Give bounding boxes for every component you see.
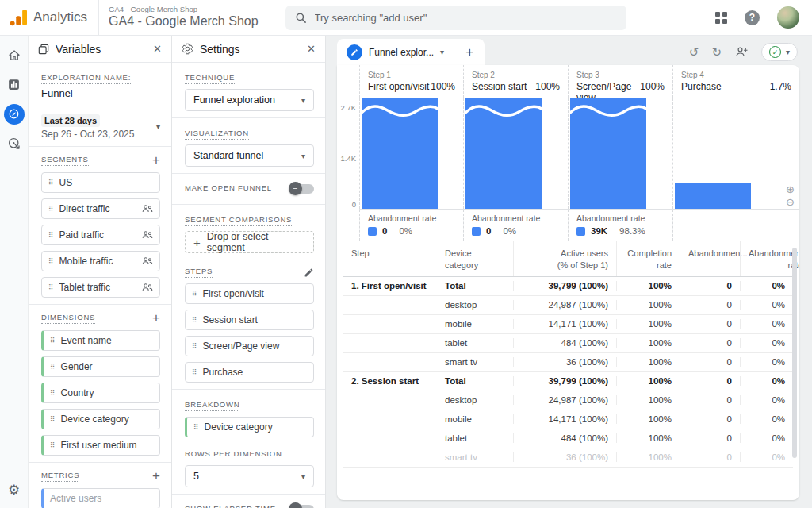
funnel-bar[interactable] <box>675 183 751 209</box>
add-dimension-icon[interactable]: + <box>152 311 160 325</box>
add-segment-icon[interactable]: + <box>152 153 160 167</box>
col-header-active-users[interactable]: Active users (% of Step 1) <box>513 241 616 276</box>
exploration-name-section: EXPLORATION NAME: Funnel <box>29 63 171 106</box>
col-header-abandonments[interactable]: Abandonmen... <box>680 241 740 276</box>
show-elapsed-time-toggle[interactable]: − <box>290 505 314 508</box>
add-metric-icon[interactable]: + <box>152 469 160 483</box>
technique-select[interactable]: Funnel exploration ▾ <box>185 89 314 111</box>
zoom-in-icon[interactable]: ⊕ <box>786 184 795 195</box>
col-header-step[interactable]: Step <box>343 241 437 276</box>
drag-handle-icon[interactable]: ⠿ <box>50 337 55 344</box>
funnel-step-header[interactable]: Step 1 First open/visit 100% <box>359 65 463 98</box>
close-settings-icon[interactable]: ✕ <box>307 43 316 55</box>
table-row[interactable]: tablet 484 (100%) 100% 0 0% <box>343 334 793 353</box>
drag-handle-icon[interactable]: ⠿ <box>192 316 197 324</box>
rows-per-dimension-select[interactable]: 5 ▾ <box>185 465 314 487</box>
drag-handle-icon[interactable]: ⠿ <box>50 441 55 449</box>
edit-pencil-icon[interactable] <box>304 267 314 278</box>
funnel-step-header[interactable]: Step 4 Purchase 1.7% <box>672 65 799 98</box>
drag-handle-icon[interactable]: ⠿ <box>50 363 55 371</box>
help-icon[interactable]: ? <box>745 10 760 25</box>
global-search[interactable] <box>285 6 626 30</box>
drag-handle-icon[interactable]: ⠿ <box>48 257 53 265</box>
table-row[interactable]: smart tv 36 (100%) 100% 0 0% <box>343 353 793 372</box>
table-row[interactable]: mobile 14,171 (100%) 100% 0 0% <box>343 315 793 334</box>
col-header-abandonment-rate[interactable]: Abandonment rate <box>740 241 799 276</box>
date-range-section[interactable]: Last 28 days Sep 26 - Oct 23, 2025 ▾ <box>29 106 171 147</box>
drag-handle-icon[interactable]: ⠿ <box>48 179 53 187</box>
funnel-bar[interactable] <box>362 98 438 209</box>
drag-handle-icon[interactable]: ⠿ <box>192 290 197 298</box>
step-item[interactable]: ⠿ Screen/Page view <box>185 336 314 356</box>
drag-handle-icon[interactable]: ⠿ <box>48 283 53 291</box>
table-row[interactable]: 1. First open/visit Total 39,799 (100%) … <box>343 277 793 296</box>
drag-handle-icon[interactable]: ⠿ <box>192 342 197 350</box>
analytics-logo[interactable]: Analytics <box>0 9 98 26</box>
drag-handle-icon[interactable]: ⠿ <box>50 415 55 423</box>
nav-advertising[interactable] <box>0 129 29 158</box>
segment-item[interactable]: ⠿ Mobile traffic <box>41 251 160 271</box>
col-header-completion[interactable]: Completion rate <box>616 241 680 276</box>
exploration-name-value[interactable]: Funnel <box>41 87 160 99</box>
cell-abandonments: 0 <box>680 300 740 310</box>
drag-handle-icon[interactable]: ⠿ <box>48 205 53 213</box>
table-row[interactable]: smart tv 36 (100%) 100% 0 0% <box>343 448 793 468</box>
funnel-column[interactable] <box>568 98 672 209</box>
make-open-funnel-toggle[interactable]: − <box>290 184 314 194</box>
funnel-column[interactable] <box>463 98 568 209</box>
funnel-step-header[interactable]: Step 3 Screen/Page view 100% <box>568 65 672 98</box>
funnel-bar[interactable] <box>465 98 542 209</box>
dimension-item[interactable]: ⠿ Device category <box>41 409 160 429</box>
nav-explore[interactable] <box>0 99 29 129</box>
segment-drop-zone[interactable]: + Drop or select segment <box>185 231 314 253</box>
table-row[interactable]: mobile 14,171 (100%) 100% 0 0% <box>343 410 793 429</box>
table-row[interactable]: tablet 484 (100%) 100% 0 0% <box>343 429 793 448</box>
redo-icon[interactable]: ↻ <box>711 45 722 60</box>
funnel-column[interactable] <box>359 98 463 209</box>
dimension-item[interactable]: ⠿ First user medium <box>41 435 160 456</box>
dimension-item[interactable]: ⠿ Country <box>41 383 160 403</box>
close-variables-icon[interactable]: ✕ <box>153 43 162 55</box>
drag-handle-icon[interactable]: ⠿ <box>192 368 197 376</box>
property-selector[interactable]: GA4 - Google Merch Shop GA4 - Google Mer… <box>109 6 259 29</box>
segment-item[interactable]: ⠿ Paid traffic <box>41 225 160 245</box>
table-row[interactable]: 2. Session start Total 39,799 (100%) 100… <box>343 372 793 391</box>
drag-handle-icon[interactable]: ⠿ <box>50 389 55 397</box>
cell-abandonment-rate: 0% <box>740 281 793 291</box>
funnel-bar[interactable] <box>570 98 646 209</box>
apps-grid-icon[interactable] <box>715 12 727 24</box>
tab-funnel-exploration[interactable]: Funnel explor... ▾ <box>337 39 454 65</box>
step-item[interactable]: ⠿ First open/visit <box>185 283 314 304</box>
tab-caret-icon[interactable]: ▾ <box>440 48 444 56</box>
search-input[interactable] <box>315 12 617 24</box>
zoom-out-icon[interactable]: ⊖ <box>786 197 795 208</box>
avatar[interactable] <box>777 6 799 29</box>
drag-handle-icon[interactable]: ⠿ <box>193 423 198 431</box>
drag-handle-icon[interactable]: ⠿ <box>48 231 53 239</box>
dimension-item[interactable]: ⠿ Event name <box>41 330 160 351</box>
add-tab-button[interactable]: + <box>454 39 485 65</box>
dimension-item[interactable]: ⠿ Gender <box>41 356 160 377</box>
table-row[interactable]: desktop 24,987 (100%) 100% 0 0% <box>343 391 793 410</box>
step-item[interactable]: ⠿ Purchase <box>185 362 314 383</box>
funnel-column[interactable] <box>672 98 799 209</box>
nav-reports[interactable] <box>0 70 29 99</box>
segment-label: Tablet traffic <box>59 282 110 293</box>
nav-home[interactable] <box>0 40 29 70</box>
date-caret-icon[interactable]: ▾ <box>156 122 160 131</box>
col-header-device[interactable]: Device category <box>437 241 513 276</box>
funnel-step-header[interactable]: Step 2 Session start 100% <box>463 65 568 98</box>
undo-icon[interactable]: ↺ <box>689 45 699 60</box>
visualization-select[interactable]: Standard funnel ▾ <box>185 144 314 167</box>
nav-admin[interactable]: ⚙ <box>8 482 20 508</box>
segment-item[interactable]: ⠿ Tablet traffic <box>41 277 160 298</box>
status-menu[interactable]: ✓ ▾ <box>761 43 798 61</box>
share-users-icon[interactable] <box>734 46 749 58</box>
segment-item[interactable]: ⠿ Direct traffic <box>41 198 160 219</box>
table-row[interactable]: desktop 24,987 (100%) 100% 0 0% <box>343 296 793 315</box>
step-item[interactable]: ⠿ Session start <box>185 310 314 330</box>
segment-item[interactable]: ⠿ US <box>41 172 160 193</box>
table-scrollbar[interactable] <box>792 248 797 458</box>
breakdown-item[interactable]: ⠿ Device category <box>185 417 314 437</box>
metric-item[interactable]: Active users <box>41 488 160 508</box>
